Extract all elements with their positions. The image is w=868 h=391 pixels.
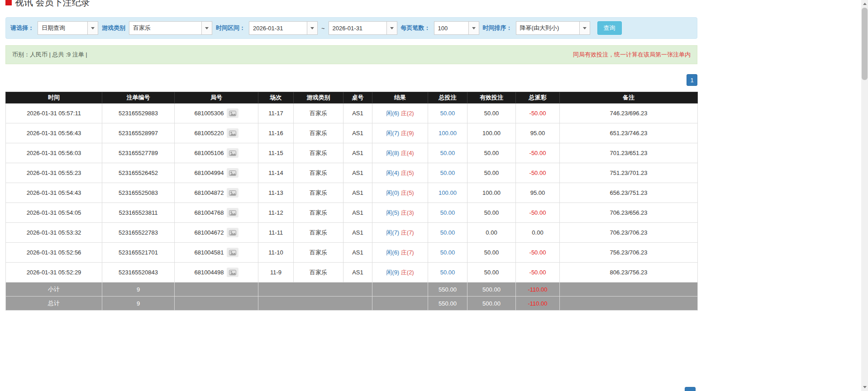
cell-round: 681004672 [175, 223, 258, 243]
vertical-scrollbar[interactable] [861, 0, 868, 391]
cell-payout: -50.00 [516, 163, 560, 183]
date-from-input[interactable] [249, 21, 307, 35]
replay-icon [229, 131, 236, 136]
cell-result: 闲(7) 庄(9) [372, 123, 428, 143]
table-row: 2026-01-31 05:52:29523165520843681004498… [6, 263, 698, 283]
cell-note: 701.23/651.23 [560, 143, 698, 163]
scrollbar-thumb[interactable] [862, 8, 868, 80]
page-title: 视讯 会员下注纪录 [15, 0, 90, 9]
cell-session: 11-15 [258, 143, 294, 163]
summary-empty [258, 283, 372, 297]
cell-game-type: 百家乐 [294, 263, 343, 283]
table-row: 2026-01-31 05:52:56523165521701681004581… [6, 243, 698, 263]
range-separator: ~ [321, 25, 325, 32]
table-row: 2026-01-31 05:53:32523165522783681004672… [6, 223, 698, 243]
result-player: 闲(7) [386, 229, 399, 236]
total-bet-link[interactable]: 50.00 [440, 110, 455, 117]
total-bet-link[interactable]: 50.00 [440, 269, 455, 276]
summary-count: 9 [102, 283, 175, 297]
summary-payout: -110.00 [516, 297, 560, 311]
currency-total-text: 币别：人民币 | 总共 :9 注单 | [12, 51, 87, 59]
result-player: 闲(6) [386, 249, 399, 256]
cell-payout: 95.00 [516, 123, 560, 143]
cell-payout: -50.00 [516, 243, 560, 263]
total-bet-link[interactable]: 100.00 [439, 130, 457, 137]
sort-order-input[interactable] [516, 21, 579, 35]
page-size-combo [434, 21, 479, 35]
date-from-dropdown-button[interactable] [307, 21, 318, 35]
cell-valid-bet: 50.00 [467, 263, 516, 283]
table-row: 2026-01-31 05:55:23523165526452681004994… [6, 163, 698, 183]
search-button[interactable]: 查询 [597, 21, 622, 35]
game-type-dropdown-button[interactable] [201, 21, 212, 35]
cell-bet-id: 523165525083 [102, 183, 175, 203]
game-type-input[interactable] [129, 21, 201, 35]
date-to-input[interactable] [329, 21, 386, 35]
cell-game-type: 百家乐 [294, 203, 343, 223]
time-range-label: 时间区间： [216, 24, 245, 32]
cell-valid-bet: 50.00 [467, 163, 516, 183]
page-size-input[interactable] [434, 21, 468, 35]
replay-button[interactable] [227, 188, 238, 198]
cell-time: 2026-01-31 05:55:23 [6, 163, 102, 183]
result-banker: 庄(2) [401, 269, 414, 276]
cell-game-type: 百家乐 [294, 183, 343, 203]
scroll-up-arrow-icon[interactable] [861, 0, 868, 8]
table-row: 2026-01-31 05:54:43523165525083681004872… [6, 183, 698, 203]
summary-valid-bet: 500.00 [467, 283, 516, 297]
chevron-down-icon [91, 27, 95, 29]
summary-empty [560, 283, 698, 297]
replay-button[interactable] [227, 148, 238, 158]
page-1-button-bottom[interactable]: 1 [685, 387, 696, 391]
result-player: 闲(0) [386, 189, 399, 196]
replay-button[interactable] [227, 228, 238, 237]
cell-round: 681005106 [175, 143, 258, 163]
chevron-down-icon [310, 27, 314, 29]
replay-button[interactable] [227, 208, 238, 217]
select-mode-label: 请选择： [10, 24, 34, 32]
sort-order-dropdown-button[interactable] [579, 21, 590, 35]
date-to-dropdown-button[interactable] [386, 21, 397, 35]
scroll-down-arrow-icon[interactable] [861, 383, 868, 391]
total-bet-link[interactable]: 50.00 [440, 150, 455, 156]
cell-result: 闲(9) 庄(2) [372, 263, 428, 283]
replay-button[interactable] [227, 128, 238, 138]
replay-button[interactable] [227, 168, 238, 178]
bet-table-foot: 小计9550.00500.00-110.00总计9550.00500.00-11… [6, 283, 698, 311]
page-1-button[interactable]: 1 [687, 74, 697, 86]
page-size-dropdown-button[interactable] [468, 21, 479, 35]
replay-icon [229, 111, 236, 116]
cell-total-bet: 50.00 [428, 263, 467, 283]
replay-icon [229, 230, 236, 236]
result-banker: 庄(4) [401, 150, 414, 156]
total-bet-link[interactable]: 50.00 [440, 229, 455, 236]
summary-empty [560, 297, 698, 311]
round-number: 681004872 [194, 189, 224, 196]
cell-table-number: AS1 [343, 143, 372, 163]
total-bet-link[interactable]: 100.00 [439, 189, 457, 196]
date-mode-dropdown-button[interactable] [87, 21, 98, 35]
cell-table-number: AS1 [343, 203, 372, 223]
cell-round: 681004498 [175, 263, 258, 283]
replay-button[interactable] [227, 268, 238, 277]
total-bet-link[interactable]: 50.00 [440, 249, 455, 256]
cell-valid-bet: 100.00 [467, 123, 516, 143]
cell-time: 2026-01-31 05:52:56 [6, 243, 102, 263]
result-banker: 庄(2) [401, 110, 414, 117]
table-row: 2026-01-31 05:56:43523165528997681005220… [6, 123, 698, 143]
cell-table-number: AS1 [343, 163, 372, 183]
replay-button[interactable] [227, 108, 238, 118]
total-bet-link[interactable]: 50.00 [440, 170, 455, 176]
summary-payout: -110.00 [516, 283, 560, 297]
cell-time: 2026-01-31 05:56:43 [6, 123, 102, 143]
total-bet-link[interactable]: 50.00 [440, 209, 455, 216]
cell-payout: -50.00 [516, 263, 560, 283]
date-mode-input[interactable] [38, 21, 87, 35]
cell-time: 2026-01-31 05:52:29 [6, 263, 102, 283]
cell-result: 闲(6) 庄(2) [372, 104, 428, 123]
replay-icon [229, 170, 236, 176]
replay-button[interactable] [227, 248, 238, 257]
table-header-row: 时间注单编号局号场次游戏类别桌号结果总投注有效投注总派彩备注 [6, 92, 698, 104]
page-size-label: 每页笔数： [401, 24, 430, 32]
cell-note: 651.23/746.23 [560, 123, 698, 143]
